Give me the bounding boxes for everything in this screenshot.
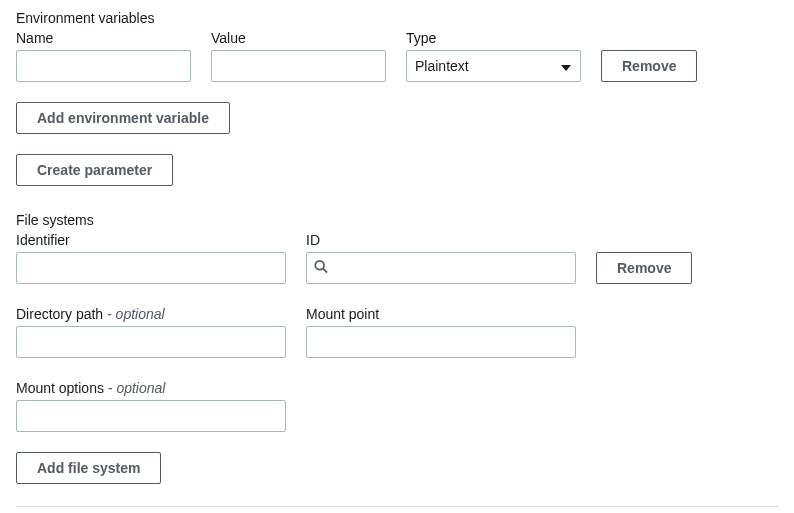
fs-dir-path-input[interactable] <box>16 326 286 358</box>
fs-identifier-label: Identifier <box>16 232 286 248</box>
fs-dir-path-label-text: Directory path <box>16 306 103 322</box>
footer-divider <box>16 506 778 507</box>
add-env-var-button[interactable]: Add environment variable <box>16 102 230 134</box>
fs-mount-point-label: Mount point <box>306 306 576 322</box>
env-value-label: Value <box>211 30 386 46</box>
env-value-input[interactable] <box>211 50 386 82</box>
env-vars-section: Environment variables Name Value Type Pl… <box>16 10 778 186</box>
env-type-selected: Plaintext <box>415 58 469 74</box>
fs-dir-path-optional: - optional <box>103 306 164 322</box>
env-type-select[interactable]: Plaintext <box>406 50 581 82</box>
file-systems-section: File systems Identifier ID Remove <box>16 212 778 484</box>
fs-mount-point-input[interactable] <box>306 326 576 358</box>
env-name-input[interactable] <box>16 50 191 82</box>
fs-id-label: ID <box>306 232 576 248</box>
fs-remove-button[interactable]: Remove <box>596 252 692 284</box>
fs-mount-options-label: Mount options - optional <box>16 380 286 396</box>
env-remove-button[interactable]: Remove <box>601 50 697 82</box>
add-file-system-button[interactable]: Add file system <box>16 452 161 484</box>
fs-id-input[interactable] <box>306 252 576 284</box>
fs-mount-options-label-text: Mount options <box>16 380 104 396</box>
env-vars-title: Environment variables <box>16 10 778 26</box>
fs-title: File systems <box>16 212 778 228</box>
env-name-label: Name <box>16 30 191 46</box>
fs-mount-options-optional: - optional <box>104 380 165 396</box>
fs-dir-path-label: Directory path - optional <box>16 306 286 322</box>
env-type-label: Type <box>406 30 581 46</box>
fs-mount-options-input[interactable] <box>16 400 286 432</box>
fs-identifier-input[interactable] <box>16 252 286 284</box>
create-parameter-button[interactable]: Create parameter <box>16 154 173 186</box>
